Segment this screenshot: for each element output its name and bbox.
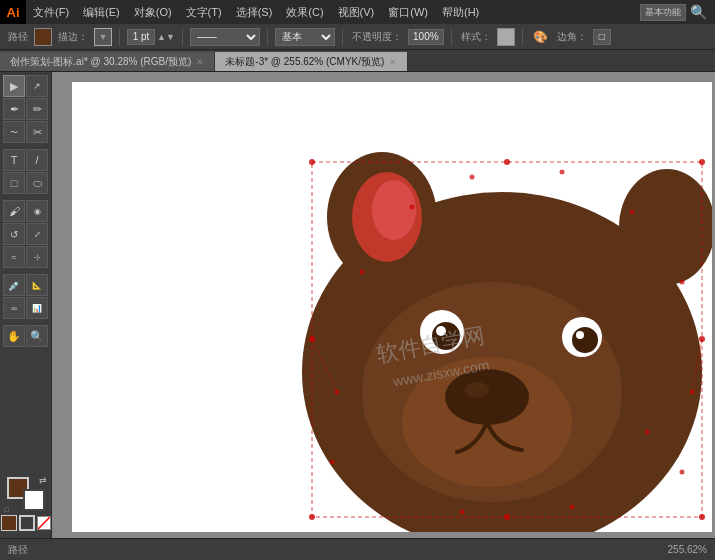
- type-tool[interactable]: T: [3, 149, 25, 171]
- rectangle-tool[interactable]: □: [3, 172, 25, 194]
- svg-point-30: [680, 280, 685, 285]
- svg-point-25: [360, 270, 365, 275]
- stroke-style-select[interactable]: 基本: [275, 28, 335, 46]
- svg-point-37: [645, 430, 650, 435]
- svg-point-27: [470, 175, 475, 180]
- svg-point-15: [576, 331, 584, 339]
- svg-point-23: [309, 514, 315, 520]
- ai-logo-icon: Ai: [0, 0, 26, 24]
- menu-window[interactable]: 窗口(W): [381, 0, 435, 24]
- none-indicator[interactable]: [37, 516, 51, 530]
- blend-tool[interactable]: ∞: [3, 297, 25, 319]
- menu-effect[interactable]: 效果(C): [279, 0, 330, 24]
- stroke-weight-input[interactable]: [127, 29, 155, 45]
- svg-point-29: [630, 210, 635, 215]
- svg-point-26: [410, 205, 415, 210]
- eyedropper-tool[interactable]: 💉: [3, 274, 25, 296]
- tab-file2[interactable]: 未标题-3* @ 255.62% (CMYK/预览) ✕: [215, 51, 408, 71]
- tab-bar: 创作策划-图标.ai* @ 30.28% (RGB/预览) ✕ 未标题-3* @…: [0, 50, 715, 72]
- paintbrush-tool[interactable]: 🖌: [3, 200, 25, 222]
- canvas-document: 软件自学网 www.zisxw.com: [72, 82, 712, 532]
- path-label: 路径: [6, 30, 30, 44]
- menu-edit[interactable]: 编辑(E): [76, 0, 127, 24]
- default-colors-icon[interactable]: □: [5, 506, 9, 513]
- pen-tool[interactable]: ✒: [3, 98, 25, 120]
- svg-point-4: [372, 180, 416, 240]
- svg-point-14: [572, 327, 598, 353]
- svg-point-18: [504, 159, 510, 165]
- svg-point-5: [619, 169, 712, 285]
- line-tool[interactable]: /: [26, 149, 48, 171]
- svg-point-36: [570, 505, 575, 510]
- direct-selection-tool[interactable]: ↗: [26, 75, 48, 97]
- svg-point-9: [465, 382, 489, 398]
- fill-indicator[interactable]: [1, 515, 17, 531]
- opacity-label: 不透明度：: [350, 30, 404, 44]
- scissors-tool[interactable]: ✂: [26, 121, 48, 143]
- color-swatches: ⇄ □: [2, 473, 49, 535]
- background-color[interactable]: [23, 489, 45, 511]
- fill-color-swatch[interactable]: [34, 28, 52, 46]
- recolor-icon[interactable]: 🎨: [530, 30, 551, 44]
- menu-select[interactable]: 选择(S): [229, 0, 280, 24]
- corner-label: 边角：: [555, 30, 589, 44]
- svg-point-35: [460, 510, 465, 515]
- workspace-switcher[interactable]: 基本功能: [640, 4, 686, 21]
- status-bar: 路径 255.62%: [0, 538, 715, 560]
- tab-file1[interactable]: 创作策划-图标.ai* @ 30.28% (RGB/预览) ✕: [0, 51, 215, 71]
- scale-tool[interactable]: ⤢: [26, 223, 48, 245]
- svg-point-34: [680, 470, 685, 475]
- graph-tool[interactable]: 📊: [26, 297, 48, 319]
- stroke-type-select[interactable]: ——: [190, 28, 260, 46]
- free-transform-tool[interactable]: ⊹: [26, 246, 48, 268]
- svg-point-17: [309, 159, 315, 165]
- svg-point-32: [330, 460, 335, 465]
- stroke-label: 描边：: [56, 30, 90, 44]
- stroke-color-swatch[interactable]: ▼: [94, 28, 112, 46]
- menu-bar: Ai 文件(F) 编辑(E) 对象(O) 文字(T) 选择(S) 效果(C) 视…: [0, 0, 715, 24]
- bear-illustration: 软件自学网 www.zisxw.com: [72, 82, 712, 532]
- opacity-input[interactable]: [408, 29, 444, 45]
- tab-close-1[interactable]: ✕: [196, 57, 204, 67]
- blob-tool[interactable]: ◉: [26, 200, 48, 222]
- style-label: 样式：: [459, 30, 493, 44]
- tool-panel: ▶ ↗ ✒ ✏ 〜 ✂ T / □ ⬭ 🖌 ◉ ↺ ⤢ ≈: [0, 72, 52, 538]
- menu-view[interactable]: 视图(V): [331, 0, 382, 24]
- status-path-label: 路径: [8, 543, 28, 557]
- ellipse-tool[interactable]: ⬭: [26, 172, 48, 194]
- pencil-tool[interactable]: ✏: [26, 98, 48, 120]
- svg-point-28: [560, 170, 565, 175]
- canvas-area[interactable]: 软件自学网 www.zisxw.com: [52, 72, 715, 538]
- swap-colors-icon[interactable]: ⇄: [39, 475, 47, 485]
- menu-text[interactable]: 文字(T): [179, 0, 229, 24]
- menu-file[interactable]: 文件(F): [26, 0, 76, 24]
- search-icon[interactable]: 🔍: [690, 4, 707, 20]
- menu-help[interactable]: 帮助(H): [435, 0, 486, 24]
- warp-tool[interactable]: ≈: [3, 246, 25, 268]
- rotate-tool[interactable]: ↺: [3, 223, 25, 245]
- curvature-tool[interactable]: 〜: [3, 121, 25, 143]
- svg-point-21: [699, 514, 705, 520]
- style-swatch[interactable]: [497, 28, 515, 46]
- stroke-indicator[interactable]: [19, 515, 35, 531]
- svg-point-19: [699, 159, 705, 165]
- measure-tool[interactable]: 📐: [26, 274, 48, 296]
- options-bar: 路径 描边： ▼ ▲▼ —— 基本 不透明度： 样式： 🎨 边角： □: [0, 24, 715, 50]
- status-info: 255.62%: [668, 544, 707, 555]
- zoom-tool[interactable]: 🔍: [26, 325, 48, 347]
- selection-tool[interactable]: ▶: [3, 75, 25, 97]
- svg-point-22: [504, 514, 510, 520]
- menu-object[interactable]: 对象(O): [127, 0, 179, 24]
- tab-close-2[interactable]: ✕: [389, 57, 397, 67]
- hand-tool[interactable]: ✋: [3, 325, 25, 347]
- corner-style[interactable]: □: [593, 29, 611, 45]
- svg-line-0: [38, 517, 50, 529]
- main-area: ▶ ↗ ✒ ✏ 〜 ✂ T / □ ⬭ 🖌 ◉ ↺ ⤢ ≈: [0, 72, 715, 538]
